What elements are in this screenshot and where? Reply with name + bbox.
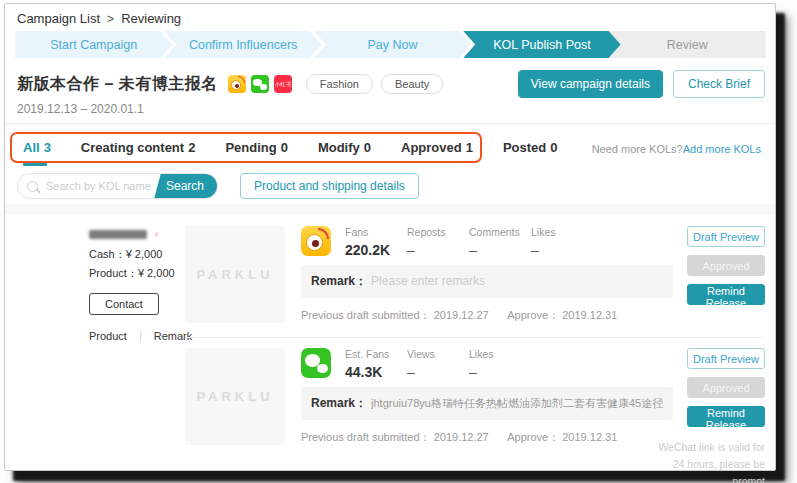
platform-icons: 小红书 bbox=[228, 75, 292, 93]
product-shipping-details-button[interactable]: Product and shipping details bbox=[240, 173, 419, 199]
post-placeholder-image: PARKLU bbox=[185, 348, 285, 445]
post-placeholder-image: PARKLU bbox=[185, 226, 285, 323]
screenshot-stage: Campaign List > Reviewing Start Campaign… bbox=[0, 0, 797, 483]
step-review: Review bbox=[609, 31, 766, 58]
stat-likes: Likes – bbox=[531, 226, 593, 258]
step-kol-publish-post[interactable]: KOL Publish Post bbox=[463, 31, 620, 58]
search-button[interactable]: Search bbox=[154, 173, 218, 199]
tab-modify[interactable]: Modify0 bbox=[318, 140, 371, 155]
breadcrumb-reviewing: Reviewing bbox=[121, 11, 181, 26]
step-confirm-influencers[interactable]: Confirm Influencers bbox=[164, 31, 321, 58]
weibo-icon bbox=[301, 226, 331, 256]
approve-date: 2019.12.31 bbox=[562, 431, 617, 443]
search-icon bbox=[27, 181, 38, 192]
approve-date: 2019.12.31 bbox=[562, 309, 617, 321]
link-divider: ｜ bbox=[135, 328, 146, 343]
breadcrumb-campaign-list[interactable]: Campaign List bbox=[17, 11, 100, 26]
wechat-link-note: WeChat link is valid for 24 hours, pleas… bbox=[649, 439, 765, 483]
kol-cash-value: ¥ 2,000 bbox=[126, 248, 163, 260]
need-more-kols-text: Need more KOLs? bbox=[592, 143, 683, 155]
section-separator-band bbox=[5, 204, 775, 214]
step-start-campaign[interactable]: Start Campaign bbox=[15, 31, 172, 58]
breadcrumb: Campaign List > Reviewing bbox=[17, 11, 181, 26]
remark-input[interactable]: Remark： Please enter remarks bbox=[301, 265, 673, 298]
submitted-date: 2019.12.27 bbox=[434, 431, 489, 443]
status-tabs-row: All3 Creating content2 Pending0 Modify0 … bbox=[5, 132, 775, 166]
stat-est-fans: Est. Fans 44.3K bbox=[345, 348, 407, 380]
draft-preview-button[interactable]: Draft Preview bbox=[687, 348, 765, 369]
product-link[interactable]: Product bbox=[89, 330, 127, 342]
progress-steps: Start Campaign Confirm Influencers Pay N… bbox=[15, 31, 766, 58]
campaign-title: 新版本合作 – 未有博主报名 bbox=[17, 74, 218, 95]
tab-pending[interactable]: Pending0 bbox=[225, 140, 288, 155]
wechat-icon bbox=[251, 75, 269, 93]
stat-reposts: Reposts – bbox=[407, 226, 469, 258]
step-pay-now[interactable]: Pay Now bbox=[314, 31, 471, 58]
campaign-date-range: 2019.12.13 – 2020.01.1 bbox=[17, 102, 144, 116]
kol-name-redacted bbox=[89, 230, 147, 239]
breadcrumb-separator: > bbox=[107, 12, 114, 26]
remind-release-button[interactable]: Remind Release bbox=[687, 284, 765, 305]
kol-cash-row: Cash：¥ 2,000 bbox=[89, 247, 192, 262]
post-row-weibo: PARKLU Fans 220.2K Reposts – bbox=[185, 216, 765, 337]
tag-fashion: Fashion bbox=[306, 74, 373, 94]
remark-placeholder: Please enter remarks bbox=[371, 274, 485, 288]
stat-views: Views – bbox=[407, 348, 469, 380]
contact-button[interactable]: Contact bbox=[89, 293, 159, 315]
tag-beauty: Beauty bbox=[381, 74, 443, 94]
post-dates: Previous draft submitted： 2019.12.27 App… bbox=[301, 430, 673, 445]
stat-comments: Comments – bbox=[469, 226, 531, 258]
tab-approved[interactable]: Approved1 bbox=[401, 140, 473, 155]
remind-release-button[interactable]: Remind Release bbox=[687, 406, 765, 427]
stat-likes: Likes – bbox=[469, 348, 531, 380]
tab-posted[interactable]: Posted0 bbox=[503, 140, 558, 155]
app-window: Campaign List > Reviewing Start Campaign… bbox=[4, 3, 776, 471]
wechat-icon bbox=[301, 348, 331, 378]
post-list: PARKLU Fans 220.2K Reposts – bbox=[185, 216, 765, 483]
submitted-date: 2019.12.27 bbox=[434, 309, 489, 321]
remark-text: jhtgruiu78yu格瑞特任务热帖燃油添加剂二套有害健康45途径耳钉法国红酒… bbox=[371, 396, 663, 411]
tab-creating-content[interactable]: Creating content2 bbox=[81, 140, 196, 155]
draft-preview-button[interactable]: Draft Preview bbox=[687, 226, 765, 247]
tab-all[interactable]: All3 bbox=[23, 140, 51, 155]
approved-button: Approved bbox=[687, 255, 765, 276]
search-group: Search bbox=[17, 173, 218, 199]
header-divider bbox=[5, 123, 775, 124]
weibo-icon bbox=[228, 75, 246, 93]
kol-product-row: Product：¥ 2,000 bbox=[89, 266, 192, 281]
remark-input[interactable]: Remark： jhtgruiu78yu格瑞特任务热帖燃油添加剂二套有害健康45… bbox=[301, 387, 673, 420]
add-more-kols-link[interactable]: Add more KOLs bbox=[683, 143, 761, 155]
campaign-tags: Fashion Beauty bbox=[306, 74, 443, 94]
female-gender-icon: ♀ bbox=[152, 228, 160, 240]
stat-fans: Fans 220.2K bbox=[345, 226, 407, 258]
post-row-wechat: PARKLU Est. Fans 44.3K Views – bbox=[185, 337, 765, 483]
search-input[interactable] bbox=[38, 174, 154, 198]
approved-button: Approved bbox=[687, 377, 765, 398]
toolbar: Search Product and shipping details bbox=[17, 173, 419, 199]
active-tab-underline bbox=[23, 163, 47, 166]
campaign-header: 新版本合作 – 未有博主报名 小红书 Fashion Beauty View c… bbox=[17, 70, 765, 98]
post-dates: Previous draft submitted： 2019.12.27 App… bbox=[301, 308, 673, 323]
kol-info-card: ♀ Cash：¥ 2,000 Product：¥ 2,000 Contact P… bbox=[21, 226, 181, 343]
kol-product-value: ¥ 2,000 bbox=[138, 267, 175, 279]
check-brief-button[interactable]: Check Brief bbox=[673, 70, 765, 98]
xiaohongshu-icon: 小红书 bbox=[274, 75, 292, 93]
kol-avatar[interactable] bbox=[21, 226, 77, 282]
view-campaign-details-button[interactable]: View campaign details bbox=[518, 70, 663, 98]
